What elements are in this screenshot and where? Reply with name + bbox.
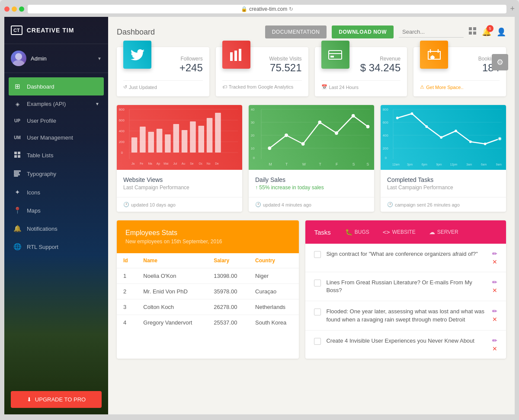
svg-rect-6 (14, 171, 20, 172)
task-checkbox[interactable] (314, 280, 321, 286)
svg-text:200: 200 (119, 140, 125, 144)
col-id: Id (117, 253, 137, 268)
chart-website-views: 800 600 400 200 0 (117, 105, 242, 212)
brand-name: CREATIVE TIM (27, 27, 74, 34)
download-icon: ⬇ (27, 396, 32, 403)
sidebar-item-icons[interactable]: ✦ Icons (4, 183, 108, 201)
charts-row: 800 600 400 200 0 (117, 105, 506, 212)
svg-rect-17 (329, 51, 342, 59)
task-item: Flooded: One year later, assessing what … (305, 301, 506, 330)
refresh-icon[interactable]: ↻ (289, 6, 293, 12)
svg-rect-5 (18, 155, 20, 158)
task-checkbox[interactable] (314, 309, 321, 315)
rtl-icon: 🌐 (13, 243, 22, 251)
chevron-down-icon: ▼ (95, 102, 99, 106)
line-chart-visual-tasks: 800 600 400 200 0 (381, 105, 506, 170)
search-input[interactable] (399, 26, 464, 38)
download-button[interactable]: DOWNLOAD NOW (332, 25, 394, 38)
close-dot[interactable] (4, 6, 10, 12)
sidebar-item-notifications[interactable]: 🔔 Notifications (4, 220, 108, 238)
sidebar-item-examples[interactable]: ◈ Examples (API) ▼ (4, 95, 108, 112)
sidebar-item-user-profile[interactable]: UP User Profile (4, 112, 108, 129)
settings-button[interactable]: ⚙ (492, 54, 508, 70)
cell-name: Colton Koch (137, 299, 207, 315)
svg-rect-35 (148, 132, 154, 153)
clock-icon: 🕐 (387, 202, 393, 207)
task-checkbox[interactable] (314, 251, 321, 258)
svg-text:Jul: Jul (173, 162, 177, 165)
sidebar-item-user-management[interactable]: UM User Management (4, 129, 108, 146)
sidebar-item-table-lists[interactable]: Table Lists (4, 146, 108, 165)
edit-icon[interactable]: ✏ (492, 279, 497, 286)
cell-name: Noelia O'Kon (137, 268, 207, 284)
svg-rect-3 (18, 152, 20, 154)
svg-rect-14 (230, 52, 233, 61)
svg-text:600: 600 (119, 118, 125, 122)
grid-view-button[interactable] (469, 27, 477, 37)
warning-icon: ⚠ (420, 84, 424, 90)
clock-icon: 🕐 (123, 202, 129, 207)
clock-icon: 🕐 (255, 202, 261, 207)
bookings-footer: ⚠ Get More Space.. (420, 80, 500, 90)
svg-rect-39 (182, 130, 188, 153)
svg-text:Ma: Ma (148, 162, 153, 165)
user-profile-button[interactable]: 👤 (497, 27, 506, 37)
delete-icon[interactable]: ✕ (492, 316, 497, 323)
sidebar-item-maps[interactable]: 📍 Maps (4, 201, 108, 220)
svg-rect-4 (14, 155, 17, 158)
address-bar[interactable]: 🔒 creative-tim.com ↻ (28, 5, 506, 13)
tasks-tab-website[interactable]: <> WEBSITE (379, 227, 419, 237)
sidebar-item-typography[interactable]: Typography (4, 165, 108, 183)
tasks-tab-server[interactable]: ☁ SERVER (426, 227, 462, 237)
cell-salary: 26278.00 (207, 299, 249, 315)
sidebar-item-rtl-support[interactable]: 🌐 RTL Support (4, 238, 108, 256)
notifications-bell-button[interactable]: 🔔 5 (482, 27, 491, 37)
svg-rect-18 (329, 53, 342, 54)
upgrade-button[interactable]: ⬇ UPGRADE TO PRO (11, 391, 102, 408)
cloud-icon: ☁ (429, 229, 435, 235)
chart-subtitle: Last Campaign Performance (123, 185, 236, 191)
svg-rect-12 (469, 32, 472, 35)
sidebar-item-label: Notifications (27, 226, 99, 232)
svg-text:Oc: Oc (199, 162, 202, 165)
svg-text:S: S (352, 162, 355, 166)
new-tab-button[interactable]: + (510, 4, 515, 13)
task-text: Create 4 Invisible User Experiences you … (326, 337, 487, 345)
svg-text:400: 400 (383, 134, 389, 137)
svg-text:Ap: Ap (157, 162, 160, 165)
sidebar: CT CREATIVE TIM Admin ▼ ⊞ Dashboard (4, 17, 108, 414)
sidebar-item-dashboard[interactable]: ⊞ Dashboard (9, 77, 104, 95)
svg-text:600: 600 (383, 121, 389, 124)
chart-title: Completed Tasks (387, 176, 500, 183)
documentation-button[interactable]: DOCUMENTATION (265, 25, 327, 38)
task-checkbox[interactable] (314, 338, 321, 345)
svg-point-89 (396, 117, 399, 119)
svg-text:Ja: Ja (131, 162, 135, 165)
notifications-icon: 🔔 (13, 225, 22, 232)
edit-icon[interactable]: ✏ (492, 250, 497, 257)
edit-icon[interactable]: ✏ (492, 337, 497, 344)
page-title: Dashboard (117, 28, 260, 37)
sidebar-item-label: Icons (27, 189, 99, 196)
user-profile-prefix: UP (13, 118, 22, 123)
dashboard-icon: ⊞ (13, 83, 22, 90)
delete-icon[interactable]: ✕ (492, 258, 497, 265)
svg-point-71 (366, 125, 370, 128)
sidebar-user[interactable]: Admin ▼ (4, 44, 108, 73)
svg-rect-41 (199, 126, 205, 153)
delete-icon[interactable]: ✕ (492, 287, 497, 294)
top-bar: Dashboard DOCUMENTATION DOWNLOAD NOW 🔔 5… (117, 25, 506, 38)
minimize-dot[interactable] (12, 6, 17, 12)
delete-icon[interactable]: ✕ (492, 345, 497, 352)
svg-text:Au: Au (182, 162, 185, 165)
cell-salary: 25537.00 (207, 315, 249, 331)
edit-icon[interactable]: ✏ (492, 308, 497, 315)
tasks-list: Sign contract for "What are conference o… (305, 244, 506, 359)
tasks-tab-bugs[interactable]: 🐛 BUGS (342, 227, 373, 237)
task-item: Sign contract for "What are conference o… (305, 244, 506, 272)
task-actions: ✏ ✕ (492, 308, 497, 323)
svg-rect-13 (473, 32, 476, 35)
svg-text:12pm: 12pm (450, 163, 457, 166)
maximize-dot[interactable] (19, 6, 24, 12)
tag-icon: 🏷 (222, 84, 227, 89)
